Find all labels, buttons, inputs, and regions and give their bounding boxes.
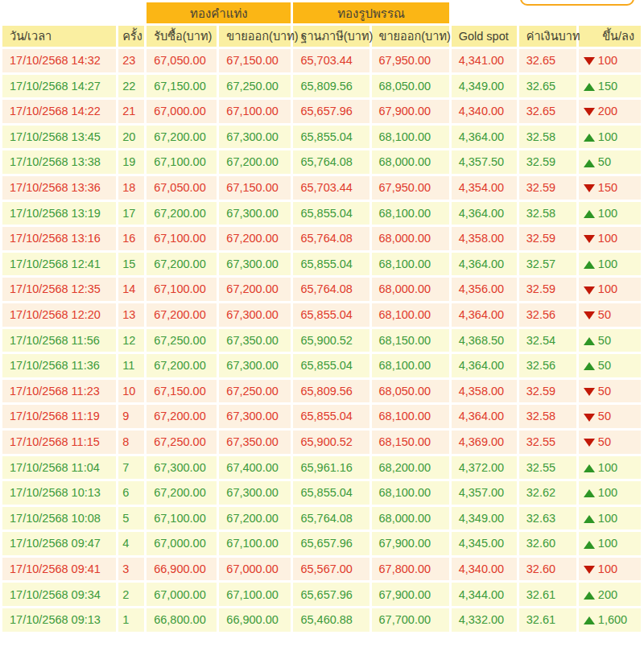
table-row: 17/10/2568 11:561267,250.0067,350.0065,9… xyxy=(2,329,641,352)
gold-spot-cell: 4,354.00 xyxy=(452,176,517,200)
table-row: 17/10/2568 13:191767,200.0067,300.0065,8… xyxy=(2,202,641,225)
ornament-sell-cell: 67,950.00 xyxy=(372,49,449,72)
baht-rate-cell: 32.65 xyxy=(519,49,576,72)
change-value: 100 xyxy=(598,54,617,67)
ornament-sell-cell: 68,100.00 xyxy=(372,303,449,327)
ornament-sell-cell: 68,000.00 xyxy=(372,278,449,301)
bar-sell-cell: 67,200.00 xyxy=(219,150,291,174)
count-cell: 12 xyxy=(118,329,144,352)
baht-rate-cell: 32.65 xyxy=(519,75,576,98)
change-value: 50 xyxy=(598,385,611,398)
baht-rate-cell: 32.62 xyxy=(519,481,576,505)
change-cell: 50 xyxy=(579,150,641,174)
tax-base-cell: 65,764.08 xyxy=(293,227,369,250)
ornament-sell-column-header: ขายออก(บาท) xyxy=(372,26,449,47)
change-cell: 50 xyxy=(579,329,641,352)
gold-ornament-group-header: ทองรูปพรรณ xyxy=(293,2,448,23)
table-row: 17/10/2568 09:41366,900.0067,000.0065,56… xyxy=(2,558,641,581)
datetime-cell: 17/10/2568 12:41 xyxy=(2,253,116,276)
column-header-row: วัน/เวลา ครั้ง รับซื้อ(บาท) ขายออก(บาท) … xyxy=(2,26,641,47)
table-row: 17/10/2568 14:272267,150.0067,250.0065,8… xyxy=(2,75,641,98)
table-row: 17/10/2568 12:411567,200.0067,300.0065,8… xyxy=(2,253,641,276)
count-cell: 4 xyxy=(118,532,144,555)
tax-base-cell: 65,703.44 xyxy=(293,176,369,200)
bar-sell-cell: 67,400.00 xyxy=(219,456,291,480)
tax-base-cell: 65,855.04 xyxy=(293,126,369,149)
gold-spot-cell: 4,358.00 xyxy=(452,227,517,250)
tax-base-cell: 65,764.08 xyxy=(293,150,369,174)
gold-price-table: ทองคำแท่ง ทองรูปพรรณ วัน/เวลา ครั้ง รับซ… xyxy=(0,0,643,634)
bar-sell-cell: 67,300.00 xyxy=(219,253,291,276)
bar-buy-cell: 67,100.00 xyxy=(147,227,217,250)
count-cell: 11 xyxy=(118,354,144,377)
tax-base-column-header: ฐานภาษี(บาท) xyxy=(293,26,369,47)
gold-spot-cell: 4,358.00 xyxy=(452,380,517,403)
down-arrow-icon xyxy=(584,108,595,116)
tax-base-cell: 65,809.56 xyxy=(293,380,369,403)
bar-buy-cell: 67,050.00 xyxy=(147,176,217,200)
bar-buy-cell: 66,800.00 xyxy=(147,608,217,632)
change-value: 50 xyxy=(598,359,611,372)
datetime-cell: 17/10/2568 11:23 xyxy=(2,380,116,403)
bar-buy-cell: 67,100.00 xyxy=(147,278,217,301)
datetime-cell: 17/10/2568 14:22 xyxy=(2,100,116,123)
baht-rate-cell: 32.61 xyxy=(519,608,576,632)
count-cell: 5 xyxy=(118,507,144,530)
change-value: 1,600 xyxy=(598,613,627,626)
down-arrow-icon xyxy=(584,566,595,574)
count-cell: 2 xyxy=(118,583,144,606)
gold-spot-cell: 4,344.00 xyxy=(452,583,517,606)
count-column-header: ครั้ง xyxy=(118,26,144,47)
datetime-cell: 17/10/2568 11:15 xyxy=(2,431,116,454)
tax-base-cell: 65,657.96 xyxy=(293,532,369,555)
change-cell: 50 xyxy=(579,303,641,327)
count-cell: 18 xyxy=(118,176,144,200)
tax-base-cell: 65,809.56 xyxy=(293,75,369,98)
tax-base-cell: 65,961.16 xyxy=(293,456,369,480)
change-value: 100 xyxy=(598,512,617,525)
datetime-cell: 17/10/2568 12:20 xyxy=(2,303,116,327)
up-arrow-icon xyxy=(584,362,595,370)
datetime-cell: 17/10/2568 13:45 xyxy=(2,126,116,149)
baht-rate-cell: 32.59 xyxy=(519,227,576,250)
bar-sell-cell: 67,350.00 xyxy=(219,431,291,454)
ornament-sell-cell: 67,950.00 xyxy=(372,176,449,200)
down-arrow-icon xyxy=(584,311,595,319)
baht-rate-cell: 32.58 xyxy=(519,202,576,225)
count-cell: 1 xyxy=(118,608,144,632)
down-arrow-icon xyxy=(584,414,595,422)
change-value: 100 xyxy=(598,461,617,474)
group-header-spacer-right xyxy=(452,2,641,23)
baht-rate-cell: 32.61 xyxy=(519,583,576,606)
ornament-sell-cell: 68,100.00 xyxy=(372,253,449,276)
baht-rate-cell: 32.63 xyxy=(519,507,576,530)
tax-base-cell: 65,855.04 xyxy=(293,303,369,327)
ornament-sell-cell: 68,000.00 xyxy=(372,227,449,250)
bar-buy-cell: 67,000.00 xyxy=(147,532,217,555)
baht-rate-cell: 32.60 xyxy=(519,532,576,555)
change-cell: 100 xyxy=(579,278,641,301)
datetime-cell: 17/10/2568 11:36 xyxy=(2,354,116,377)
table-row: 17/10/2568 09:34267,000.0067,100.0065,65… xyxy=(2,583,641,606)
change-cell: 150 xyxy=(579,75,641,98)
tax-base-cell: 65,855.04 xyxy=(293,405,369,428)
date-time-column-header: วัน/เวลา xyxy=(2,26,116,47)
count-cell: 14 xyxy=(118,278,144,301)
change-value: 200 xyxy=(598,588,617,601)
gold-spot-cell: 4,372.00 xyxy=(452,456,517,480)
bar-sell-column-header: ขายออก(บาท) xyxy=(219,26,291,47)
up-arrow-icon xyxy=(584,134,595,142)
count-cell: 13 xyxy=(118,303,144,327)
bar-buy-cell: 67,200.00 xyxy=(147,202,217,225)
table-row: 17/10/2568 11:04767,300.0067,400.0065,96… xyxy=(2,456,641,480)
datetime-cell: 17/10/2568 09:34 xyxy=(2,583,116,606)
gold-spot-cell: 4,364.00 xyxy=(452,202,517,225)
up-arrow-icon xyxy=(584,337,595,345)
change-cell: 100 xyxy=(579,227,641,250)
datetime-cell: 17/10/2568 09:47 xyxy=(2,532,116,555)
gold-spot-cell: 4,340.00 xyxy=(452,558,517,581)
down-arrow-icon xyxy=(584,439,595,447)
bar-sell-cell: 67,300.00 xyxy=(219,481,291,505)
change-cell: 100 xyxy=(579,507,641,530)
gold-spot-cell: 4,341.00 xyxy=(452,49,517,72)
